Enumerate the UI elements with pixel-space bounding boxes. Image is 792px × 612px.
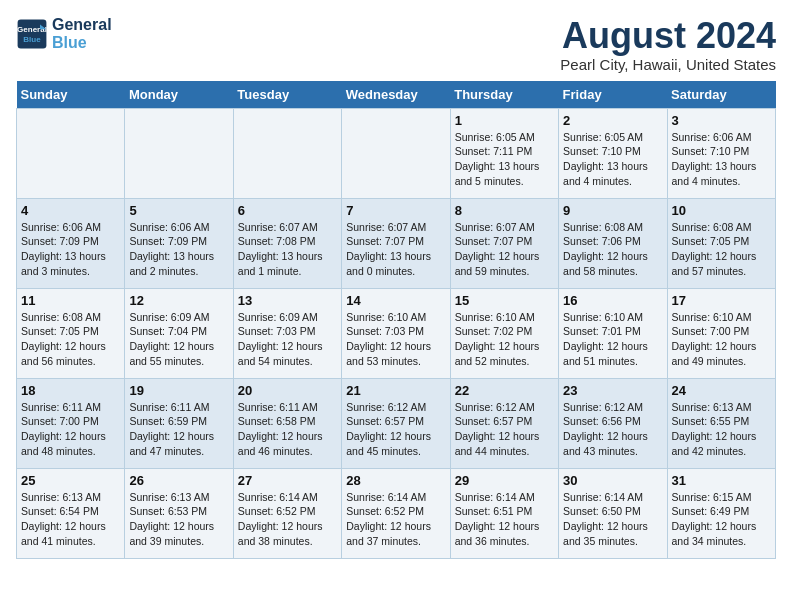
- day-number: 3: [672, 113, 771, 128]
- day-number: 17: [672, 293, 771, 308]
- day-info: Sunrise: 6:14 AM Sunset: 6:52 PM Dayligh…: [238, 490, 337, 549]
- calendar-day-22: 22Sunrise: 6:12 AM Sunset: 6:57 PM Dayli…: [450, 378, 558, 468]
- day-number: 25: [21, 473, 120, 488]
- empty-cell: [342, 108, 450, 198]
- day-info: Sunrise: 6:08 AM Sunset: 7:05 PM Dayligh…: [672, 220, 771, 279]
- day-info: Sunrise: 6:13 AM Sunset: 6:53 PM Dayligh…: [129, 490, 228, 549]
- day-number: 15: [455, 293, 554, 308]
- calendar-day-11: 11Sunrise: 6:08 AM Sunset: 7:05 PM Dayli…: [17, 288, 125, 378]
- calendar-day-2: 2Sunrise: 6:05 AM Sunset: 7:10 PM Daylig…: [559, 108, 667, 198]
- day-number: 20: [238, 383, 337, 398]
- calendar-day-30: 30Sunrise: 6:14 AM Sunset: 6:50 PM Dayli…: [559, 468, 667, 558]
- calendar-week-5: 25Sunrise: 6:13 AM Sunset: 6:54 PM Dayli…: [17, 468, 776, 558]
- calendar-week-1: 1Sunrise: 6:05 AM Sunset: 7:11 PM Daylig…: [17, 108, 776, 198]
- calendar-day-10: 10Sunrise: 6:08 AM Sunset: 7:05 PM Dayli…: [667, 198, 775, 288]
- day-number: 27: [238, 473, 337, 488]
- day-number: 26: [129, 473, 228, 488]
- calendar-day-16: 16Sunrise: 6:10 AM Sunset: 7:01 PM Dayli…: [559, 288, 667, 378]
- day-number: 1: [455, 113, 554, 128]
- day-number: 6: [238, 203, 337, 218]
- calendar-day-23: 23Sunrise: 6:12 AM Sunset: 6:56 PM Dayli…: [559, 378, 667, 468]
- svg-text:Blue: Blue: [23, 35, 41, 44]
- calendar-week-3: 11Sunrise: 6:08 AM Sunset: 7:05 PM Dayli…: [17, 288, 776, 378]
- day-number: 9: [563, 203, 662, 218]
- day-info: Sunrise: 6:07 AM Sunset: 7:07 PM Dayligh…: [455, 220, 554, 279]
- day-info: Sunrise: 6:14 AM Sunset: 6:52 PM Dayligh…: [346, 490, 445, 549]
- header: General Blue General Blue August 2024 Pe…: [16, 16, 776, 73]
- calendar-day-15: 15Sunrise: 6:10 AM Sunset: 7:02 PM Dayli…: [450, 288, 558, 378]
- day-info: Sunrise: 6:11 AM Sunset: 6:58 PM Dayligh…: [238, 400, 337, 459]
- day-number: 7: [346, 203, 445, 218]
- day-info: Sunrise: 6:12 AM Sunset: 6:56 PM Dayligh…: [563, 400, 662, 459]
- day-info: Sunrise: 6:11 AM Sunset: 6:59 PM Dayligh…: [129, 400, 228, 459]
- calendar-day-7: 7Sunrise: 6:07 AM Sunset: 7:07 PM Daylig…: [342, 198, 450, 288]
- calendar-day-9: 9Sunrise: 6:08 AM Sunset: 7:06 PM Daylig…: [559, 198, 667, 288]
- title-area: August 2024 Pearl City, Hawaii, United S…: [560, 16, 776, 73]
- day-number: 16: [563, 293, 662, 308]
- calendar-day-25: 25Sunrise: 6:13 AM Sunset: 6:54 PM Dayli…: [17, 468, 125, 558]
- calendar-day-13: 13Sunrise: 6:09 AM Sunset: 7:03 PM Dayli…: [233, 288, 341, 378]
- calendar-day-29: 29Sunrise: 6:14 AM Sunset: 6:51 PM Dayli…: [450, 468, 558, 558]
- header-saturday: Saturday: [667, 81, 775, 109]
- calendar-day-21: 21Sunrise: 6:12 AM Sunset: 6:57 PM Dayli…: [342, 378, 450, 468]
- day-number: 24: [672, 383, 771, 398]
- day-number: 21: [346, 383, 445, 398]
- day-info: Sunrise: 6:11 AM Sunset: 7:00 PM Dayligh…: [21, 400, 120, 459]
- day-number: 31: [672, 473, 771, 488]
- logo-icon: General Blue: [16, 18, 48, 50]
- day-number: 18: [21, 383, 120, 398]
- day-info: Sunrise: 6:14 AM Sunset: 6:50 PM Dayligh…: [563, 490, 662, 549]
- calendar-day-27: 27Sunrise: 6:14 AM Sunset: 6:52 PM Dayli…: [233, 468, 341, 558]
- day-number: 19: [129, 383, 228, 398]
- day-info: Sunrise: 6:13 AM Sunset: 6:55 PM Dayligh…: [672, 400, 771, 459]
- day-number: 13: [238, 293, 337, 308]
- header-friday: Friday: [559, 81, 667, 109]
- day-info: Sunrise: 6:14 AM Sunset: 6:51 PM Dayligh…: [455, 490, 554, 549]
- calendar-day-31: 31Sunrise: 6:15 AM Sunset: 6:49 PM Dayli…: [667, 468, 775, 558]
- day-number: 10: [672, 203, 771, 218]
- calendar-day-18: 18Sunrise: 6:11 AM Sunset: 7:00 PM Dayli…: [17, 378, 125, 468]
- calendar-day-5: 5Sunrise: 6:06 AM Sunset: 7:09 PM Daylig…: [125, 198, 233, 288]
- day-number: 22: [455, 383, 554, 398]
- header-tuesday: Tuesday: [233, 81, 341, 109]
- day-info: Sunrise: 6:10 AM Sunset: 7:01 PM Dayligh…: [563, 310, 662, 369]
- calendar-day-14: 14Sunrise: 6:10 AM Sunset: 7:03 PM Dayli…: [342, 288, 450, 378]
- day-info: Sunrise: 6:06 AM Sunset: 7:09 PM Dayligh…: [21, 220, 120, 279]
- day-info: Sunrise: 6:12 AM Sunset: 6:57 PM Dayligh…: [346, 400, 445, 459]
- day-number: 29: [455, 473, 554, 488]
- day-info: Sunrise: 6:05 AM Sunset: 7:11 PM Dayligh…: [455, 130, 554, 189]
- day-info: Sunrise: 6:13 AM Sunset: 6:54 PM Dayligh…: [21, 490, 120, 549]
- day-info: Sunrise: 6:06 AM Sunset: 7:09 PM Dayligh…: [129, 220, 228, 279]
- calendar-day-28: 28Sunrise: 6:14 AM Sunset: 6:52 PM Dayli…: [342, 468, 450, 558]
- day-info: Sunrise: 6:07 AM Sunset: 7:08 PM Dayligh…: [238, 220, 337, 279]
- day-info: Sunrise: 6:09 AM Sunset: 7:03 PM Dayligh…: [238, 310, 337, 369]
- calendar-week-4: 18Sunrise: 6:11 AM Sunset: 7:00 PM Dayli…: [17, 378, 776, 468]
- logo: General Blue General Blue: [16, 16, 112, 51]
- day-info: Sunrise: 6:09 AM Sunset: 7:04 PM Dayligh…: [129, 310, 228, 369]
- page-subtitle: Pearl City, Hawaii, United States: [560, 56, 776, 73]
- day-number: 11: [21, 293, 120, 308]
- day-number: 28: [346, 473, 445, 488]
- logo-text-general: General: [52, 16, 112, 34]
- logo-text-blue: Blue: [52, 34, 112, 52]
- calendar-day-1: 1Sunrise: 6:05 AM Sunset: 7:11 PM Daylig…: [450, 108, 558, 198]
- header-monday: Monday: [125, 81, 233, 109]
- calendar-day-12: 12Sunrise: 6:09 AM Sunset: 7:04 PM Dayli…: [125, 288, 233, 378]
- day-number: 14: [346, 293, 445, 308]
- day-number: 2: [563, 113, 662, 128]
- header-sunday: Sunday: [17, 81, 125, 109]
- empty-cell: [125, 108, 233, 198]
- header-thursday: Thursday: [450, 81, 558, 109]
- calendar-day-20: 20Sunrise: 6:11 AM Sunset: 6:58 PM Dayli…: [233, 378, 341, 468]
- day-info: Sunrise: 6:10 AM Sunset: 7:00 PM Dayligh…: [672, 310, 771, 369]
- calendar-day-3: 3Sunrise: 6:06 AM Sunset: 7:10 PM Daylig…: [667, 108, 775, 198]
- day-info: Sunrise: 6:10 AM Sunset: 7:02 PM Dayligh…: [455, 310, 554, 369]
- day-info: Sunrise: 6:06 AM Sunset: 7:10 PM Dayligh…: [672, 130, 771, 189]
- day-info: Sunrise: 6:10 AM Sunset: 7:03 PM Dayligh…: [346, 310, 445, 369]
- calendar-day-19: 19Sunrise: 6:11 AM Sunset: 6:59 PM Dayli…: [125, 378, 233, 468]
- calendar-table: SundayMondayTuesdayWednesdayThursdayFrid…: [16, 81, 776, 559]
- day-info: Sunrise: 6:12 AM Sunset: 6:57 PM Dayligh…: [455, 400, 554, 459]
- calendar-day-4: 4Sunrise: 6:06 AM Sunset: 7:09 PM Daylig…: [17, 198, 125, 288]
- day-info: Sunrise: 6:07 AM Sunset: 7:07 PM Dayligh…: [346, 220, 445, 279]
- day-info: Sunrise: 6:15 AM Sunset: 6:49 PM Dayligh…: [672, 490, 771, 549]
